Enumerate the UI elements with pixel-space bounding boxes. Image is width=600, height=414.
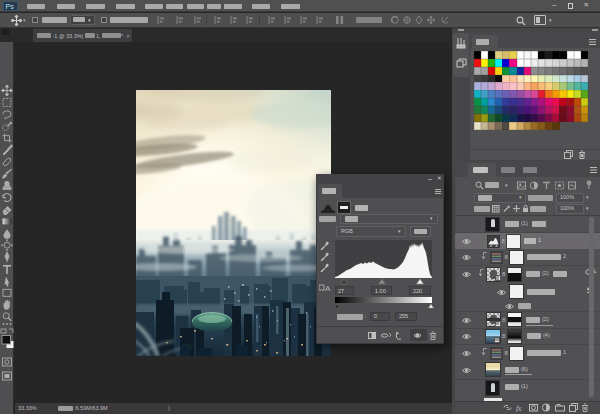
svg-text:fx: fx xyxy=(516,404,522,413)
svg-text:A: A xyxy=(325,284,331,292)
